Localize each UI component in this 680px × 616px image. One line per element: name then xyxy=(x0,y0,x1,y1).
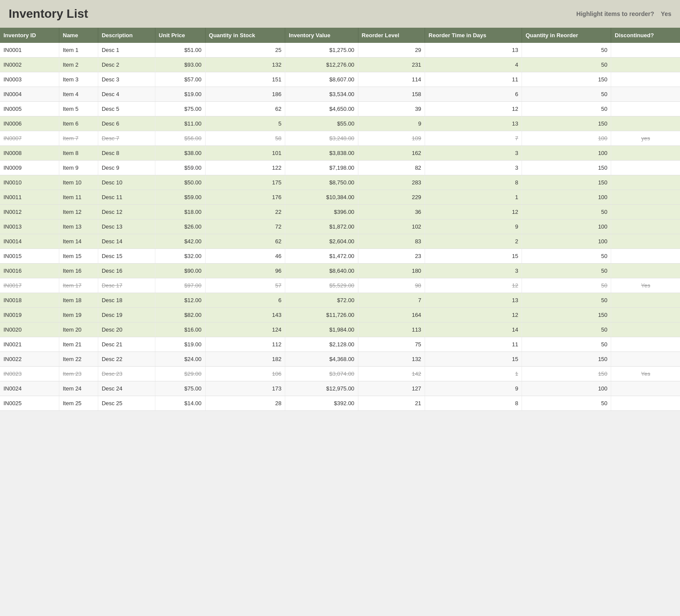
table-cell: 173 xyxy=(205,381,285,396)
table-row: IN0021Item 21Desc 21$19.00112$2,128.0075… xyxy=(0,337,680,352)
table-cell: 229 xyxy=(358,190,425,205)
table-cell: 101 xyxy=(205,146,285,161)
table-cell: 180 xyxy=(358,264,425,278)
table-cell: Desc 20 xyxy=(98,323,155,337)
table-cell: 62 xyxy=(205,102,285,116)
table-cell: 13 xyxy=(425,293,522,308)
table-cell: $42.00 xyxy=(155,234,205,249)
table-cell: IN0016 xyxy=(0,264,59,278)
table-cell xyxy=(611,161,680,175)
table-cell: Desc 7 xyxy=(98,131,155,146)
table-cell: $4,650.00 xyxy=(285,102,358,116)
col-header-qty-stock: Quantity in Stock xyxy=(205,28,285,43)
table-cell xyxy=(611,234,680,249)
table-cell: 15 xyxy=(425,352,522,367)
table-cell: 39 xyxy=(358,102,425,116)
table-cell: Item 7 xyxy=(59,131,98,146)
table-row: IN0014Item 14Desc 14$42.0062$2,604.00832… xyxy=(0,234,680,249)
table-cell: $1,472.00 xyxy=(285,249,358,264)
table-cell: 112 xyxy=(205,337,285,352)
table-cell: 57 xyxy=(205,278,285,293)
table-cell: $50.00 xyxy=(155,175,205,190)
table-cell: 9 xyxy=(425,219,522,234)
table-cell: Desc 22 xyxy=(98,352,155,367)
table-cell: IN0007 xyxy=(0,131,59,146)
table-cell: IN0015 xyxy=(0,249,59,264)
col-header-name: Name xyxy=(59,28,98,43)
table-row: IN0010Item 10Desc 10$50.00175$8,750.0028… xyxy=(0,175,680,190)
table-cell: $11,726.00 xyxy=(285,308,358,323)
highlight-toggle: Highlight items to reorder? Yes xyxy=(577,10,671,17)
table-cell: Item 23 xyxy=(59,367,98,381)
table-cell: 50 xyxy=(522,278,611,293)
table-cell: 12 xyxy=(425,102,522,116)
table-cell: 3 xyxy=(425,146,522,161)
table-cell: Desc 13 xyxy=(98,219,155,234)
table-row: IN0001Item 1Desc 1$51.0025$1,275.0029135… xyxy=(0,43,680,58)
table-cell: 25 xyxy=(205,43,285,58)
table-cell: 150 xyxy=(522,161,611,175)
table-cell: $8,640.00 xyxy=(285,264,358,278)
col-header-reorder-time: Reorder Time in Days xyxy=(425,28,522,43)
table-cell: 3 xyxy=(425,161,522,175)
table-cell: 50 xyxy=(522,87,611,102)
table-cell xyxy=(611,205,680,219)
table-cell: $82.00 xyxy=(155,308,205,323)
table-cell: 150 xyxy=(522,175,611,190)
table-cell: IN0002 xyxy=(0,58,59,72)
table-cell xyxy=(611,293,680,308)
table-cell: $55.00 xyxy=(285,116,358,131)
table-cell: IN0025 xyxy=(0,396,59,411)
table-cell: 96 xyxy=(205,264,285,278)
table-cell: $1,275.00 xyxy=(285,43,358,58)
table-cell: 13 xyxy=(425,43,522,58)
table-cell: 75 xyxy=(358,337,425,352)
table-cell: 22 xyxy=(205,205,285,219)
table-cell: Item 5 xyxy=(59,102,98,116)
table-cell: 9 xyxy=(358,116,425,131)
table-cell: $3,248.00 xyxy=(285,131,358,146)
table-cell: Desc 14 xyxy=(98,234,155,249)
table-cell: Desc 12 xyxy=(98,205,155,219)
table-cell: 150 xyxy=(522,367,611,381)
table-cell xyxy=(611,323,680,337)
table-cell: $392.00 xyxy=(285,396,358,411)
table-cell: Item 3 xyxy=(59,72,98,87)
table-cell: Item 22 xyxy=(59,352,98,367)
table-cell: 6 xyxy=(425,87,522,102)
table-row: IN0017Item 17Desc 17$97.0057$5,529.00981… xyxy=(0,278,680,293)
table-cell: $14.00 xyxy=(155,396,205,411)
table-cell: $56.00 xyxy=(155,131,205,146)
table-cell: $396.00 xyxy=(285,205,358,219)
table-cell: 50 xyxy=(522,102,611,116)
table-cell: Desc 4 xyxy=(98,87,155,102)
table-cell: $29.00 xyxy=(155,367,205,381)
col-header-inv-value: Inventory Value xyxy=(285,28,358,43)
table-cell: Yes xyxy=(611,367,680,381)
col-header-description: Description xyxy=(98,28,155,43)
table-cell: IN0018 xyxy=(0,293,59,308)
table-cell: $90.00 xyxy=(155,264,205,278)
table-cell: 186 xyxy=(205,87,285,102)
table-cell xyxy=(611,72,680,87)
table-cell xyxy=(611,308,680,323)
table-cell: IN0021 xyxy=(0,337,59,352)
table-cell: $12,276.00 xyxy=(285,58,358,72)
table-cell: 5 xyxy=(205,116,285,131)
table-cell: IN0024 xyxy=(0,381,59,396)
table-cell: Desc 5 xyxy=(98,102,155,116)
table-cell: Item 18 xyxy=(59,293,98,308)
table-cell: 150 xyxy=(522,352,611,367)
table-cell: 283 xyxy=(358,175,425,190)
table-cell xyxy=(611,175,680,190)
table-cell: $59.00 xyxy=(155,190,205,205)
table-cell: 50 xyxy=(522,43,611,58)
table-cell: Item 15 xyxy=(59,249,98,264)
table-cell: $16.00 xyxy=(155,323,205,337)
table-cell: 21 xyxy=(358,396,425,411)
table-cell: Desc 10 xyxy=(98,175,155,190)
table-cell: IN0009 xyxy=(0,161,59,175)
table-cell: Item 1 xyxy=(59,43,98,58)
table-cell: Item 11 xyxy=(59,190,98,205)
table-cell: 176 xyxy=(205,190,285,205)
